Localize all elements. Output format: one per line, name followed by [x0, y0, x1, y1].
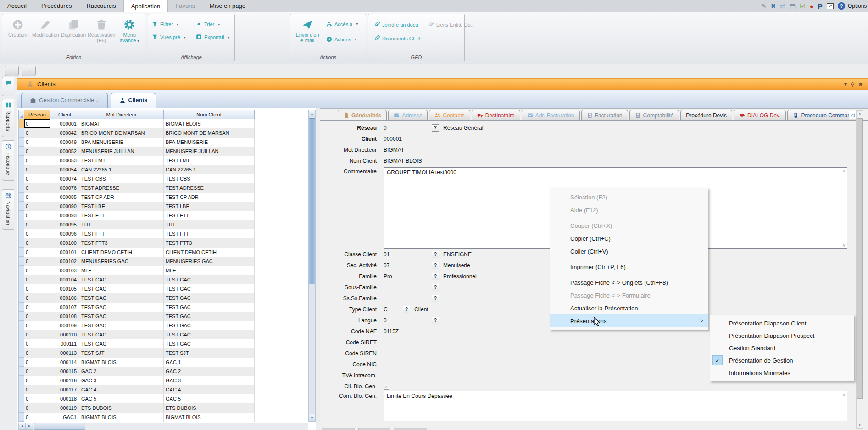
cell-client[interactable]: 000117 [50, 385, 79, 394]
cell-reseau[interactable]: 0 [24, 165, 50, 174]
cell-nom-client[interactable]: TEST GAC [164, 321, 255, 330]
cell-client[interactable]: 000085 [50, 193, 79, 202]
com-blo-gen-textarea[interactable]: Limite En Cours Dépassée ∧ [384, 391, 847, 421]
row-selector[interactable] [18, 147, 24, 156]
sidebar-tab-rapports[interactable]: Rapports [2, 99, 14, 137]
cell-reseau[interactable]: 0 [24, 376, 50, 385]
select-all-corner[interactable] [18, 110, 24, 119]
row-selector[interactable] [18, 174, 24, 183]
table-row[interactable]: 0 000116 GAC 3 GAC 3 [18, 376, 255, 385]
submenu-item[interactable]: ✓ Présentation de Gestion [710, 354, 854, 367]
cell-client[interactable]: 000105 [50, 284, 79, 293]
row-selector[interactable] [18, 339, 24, 348]
context-menu-item[interactable]: Coller (Ctrl+V) [550, 245, 708, 258]
cell-mot-directeur[interactable]: CLIENT DEMO CETIH [79, 248, 164, 257]
scrollbar-thumb[interactable] [309, 118, 315, 284]
close-x-icon[interactable]: ✖ [770, 3, 776, 9]
field-value[interactable]: 0 [384, 125, 432, 131]
row-selector[interactable] [18, 367, 24, 376]
cell-nom-client[interactable]: TEST LBE [164, 202, 255, 211]
cell-reseau[interactable]: 0 [24, 403, 50, 413]
row-selector[interactable] [18, 229, 24, 238]
row-selector[interactable] [18, 303, 24, 312]
chevron-down-icon[interactable]: ∨ [842, 243, 846, 248]
menubar-tab-procedures[interactable]: Procédures [34, 0, 79, 12]
chevron-up-icon[interactable]: ∧ [842, 169, 846, 173]
cell-nom-client[interactable]: BRICO MONT DE MARSAN [164, 128, 255, 138]
cell-client[interactable]: 000108 [50, 312, 79, 321]
menubar-tab-favoris[interactable]: Favoris [168, 0, 202, 12]
scroll-down-button[interactable]: ▼ [309, 414, 315, 421]
cell-nom-client[interactable]: BIGMAT BLOIS [164, 413, 255, 422]
cell-reseau[interactable]: 0 [24, 238, 50, 248]
table-row[interactable]: 0 000074 TEST CBS TEST CBS [18, 174, 255, 183]
cell-reseau[interactable]: 0 [24, 284, 50, 293]
pin-icon[interactable]: ⚲ [851, 81, 855, 88]
field-value[interactable]: 0115Z [384, 328, 432, 335]
cell-mot-directeur[interactable]: BIGMAT [79, 119, 164, 128]
cell-mot-directeur[interactable]: TEST ADRESSE [79, 183, 164, 193]
scroll-up-button[interactable]: ∧ [857, 111, 863, 117]
cell-nom-client[interactable]: TEST FTT [164, 211, 255, 220]
cell-client[interactable]: 000116 [50, 376, 79, 385]
row-selector[interactable] [18, 257, 24, 266]
field-value[interactable]: 000001 [384, 136, 432, 142]
cell-reseau[interactable]: 0 [24, 119, 50, 128]
row-selector[interactable] [18, 156, 24, 165]
cell-client[interactable]: 000049 [50, 138, 79, 147]
menubar-tab-application[interactable]: Application [123, 0, 168, 12]
cell-mot-directeur[interactable]: BRICO MONT DE MARSAN [79, 128, 164, 138]
cell-nom-client[interactable]: TEST CBS [164, 174, 255, 183]
cell-mot-directeur[interactable]: TEST FTT3 [79, 238, 164, 248]
field-value[interactable]: 07 [384, 262, 432, 269]
cell-client[interactable]: 000119 [50, 403, 79, 413]
cell-mot-directeur[interactable]: TEST FTT [79, 229, 164, 238]
cell-reseau[interactable]: 0 [24, 303, 50, 312]
options-label[interactable]: Options [847, 0, 868, 12]
row-selector[interactable] [18, 284, 24, 293]
cell-reseau[interactable]: 0 [24, 156, 50, 165]
table-row[interactable]: 0 000090 TEST LBE TEST LBE [18, 202, 255, 211]
lookup-button[interactable]: ? [432, 251, 439, 258]
table-row[interactable]: 0 000001 BIGMAT BIGMAT BLOIS [18, 119, 255, 128]
table-row[interactable]: 0 000110 TEST GAC TEST GAC [18, 330, 255, 339]
close-icon[interactable]: ✖ [858, 81, 863, 88]
cell-reseau[interactable]: 0 [24, 257, 50, 266]
table-row[interactable]: 0 GAC1 BIGMAT BLOIS BIGMAT BLOIS [18, 413, 255, 422]
cell-client[interactable]: 000096 [50, 229, 79, 238]
form-tab-adr-facturation[interactable]: Adr. Facturation [522, 110, 580, 120]
form-tab-dialog-dev[interactable]: DIALOG Dev. [734, 110, 786, 120]
cell-mot-directeur[interactable]: TEST CBS [79, 174, 164, 183]
tab-clients[interactable]: Clients [111, 93, 156, 108]
table-row[interactable]: 0 000052 MENUISERIE JUILLAN MENUISERIE J… [18, 147, 255, 156]
cell-mot-directeur[interactable]: MENUISERIE JUILLAN [79, 147, 164, 156]
table-row[interactable]: 0 000085 TEST CP ADR TEST CP ADR [18, 193, 255, 202]
cell-reseau[interactable]: 0 [24, 293, 50, 303]
row-selector[interactable] [18, 376, 24, 385]
chevron-down-icon[interactable]: ▾ [844, 81, 847, 88]
cell-reseau[interactable]: 0 [24, 193, 50, 202]
table-row[interactable]: 0 000108 TEST GAC TEST GAC [18, 312, 255, 321]
menubar-tab-accueil[interactable]: Accueil [0, 0, 34, 12]
cell-mot-directeur[interactable]: GAC 4 [79, 385, 164, 394]
context-menu-item[interactable]: Présentations > [550, 314, 708, 327]
table-row[interactable]: 0 000104 TEST GAC TEST GAC [18, 275, 255, 284]
column-header[interactable]: Client [50, 110, 79, 119]
cell-mot-directeur[interactable]: MLE [79, 266, 164, 275]
form-tab-adresse[interactable]: Adresse [388, 110, 428, 120]
cell-mot-directeur[interactable]: TEST GAC [79, 312, 164, 321]
cell-reseau[interactable]: 0 [24, 183, 50, 193]
table-row[interactable]: 0 000101 CLIENT DEMO CETIH CLIENT DEMO C… [18, 248, 255, 257]
table-row[interactable]: 0 000111 TEST GAC TEST GAC [18, 339, 255, 348]
cell-nom-client[interactable]: TEST SJT [164, 348, 255, 358]
cell-mot-directeur[interactable]: CAN 22265 1 [79, 165, 164, 174]
table-row[interactable]: 0 000100 TEST FTT3 TEST FTT3 [18, 238, 255, 248]
cell-client[interactable]: 000052 [50, 147, 79, 156]
cell-nom-client[interactable]: CLIENT DEMO CETIH [164, 248, 255, 257]
row-selector[interactable] [18, 266, 24, 275]
acces-a-button[interactable]: Accès à ▾ [324, 20, 360, 28]
signature-icon[interactable]: ✎ [761, 3, 767, 9]
table-row[interactable]: 0 000103 MLE MLE [18, 266, 255, 275]
cell-mot-directeur[interactable]: BIGMAT BLOIS [79, 358, 164, 367]
cell-nom-client[interactable]: GAC 2 [164, 367, 255, 376]
